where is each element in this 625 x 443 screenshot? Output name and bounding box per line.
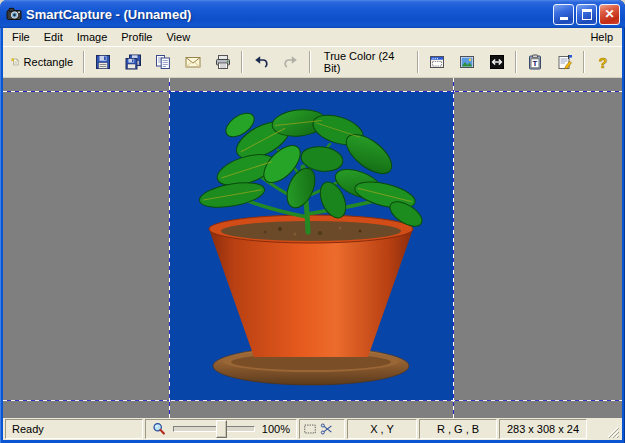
status-bar: Ready 100% [3, 418, 622, 440]
maximize-icon [582, 9, 592, 20]
email-icon [185, 54, 201, 70]
menu-bar: File Edit Image Profile View Help [3, 28, 622, 46]
invert-colors-button[interactable] [482, 49, 512, 75]
menu-profile[interactable]: Profile [114, 29, 159, 45]
camera-icon [6, 6, 22, 22]
toolbar-separator [583, 51, 585, 73]
new-capture-button[interactable]: Rectangle [7, 49, 80, 75]
image-dimensions-panel: 283 x 308 x 24 [499, 419, 587, 439]
view-image-button[interactable] [452, 49, 482, 75]
selection-rect-icon[interactable] [303, 422, 317, 436]
zoom-panel: 100% [145, 419, 297, 439]
redo-icon [283, 54, 299, 70]
smartcapture-window: SmartCapture - (Unnamed) ✕ File Edit Ima… [0, 0, 625, 443]
help-icon: ? [595, 54, 611, 70]
zoom-slider-thumb[interactable] [216, 420, 227, 438]
menu-help[interactable]: Help [583, 29, 620, 45]
redo-button[interactable] [276, 49, 306, 75]
capture-canvas[interactable] [3, 78, 622, 418]
zoom-value: 100% [262, 423, 290, 435]
zoom-slider-track[interactable] [173, 426, 255, 432]
toolbar-separator [417, 51, 419, 73]
menu-image[interactable]: Image [70, 29, 115, 45]
invert-colors-icon [489, 54, 505, 70]
toolbar-separator [241, 51, 243, 73]
properties-button[interactable] [550, 49, 580, 75]
captured-image-potted-plant [170, 92, 453, 400]
toolbar: Rectangle [3, 46, 622, 78]
cursor-position-panel: X , Y [347, 419, 417, 439]
selection-left-line [169, 78, 170, 418]
paste-text-button[interactable]: T [520, 49, 550, 75]
undo-icon [253, 54, 269, 70]
resize-grip-icon [604, 423, 620, 439]
xy-label: X , Y [370, 423, 394, 435]
color-depth-label: True Color (24 Bit) [324, 50, 404, 74]
menu-edit[interactable]: Edit [37, 29, 70, 45]
toolbar-separator [515, 51, 517, 73]
window-title: SmartCapture - (Unnamed) [26, 7, 551, 22]
selection-tools-panel [299, 419, 345, 439]
menu-file[interactable]: File [5, 29, 37, 45]
svg-text:T: T [533, 59, 538, 68]
selection-top-line [3, 91, 622, 92]
minimize-icon [560, 17, 568, 20]
selection-right-line [453, 78, 454, 418]
title-bar[interactable]: SmartCapture - (Unnamed) ✕ [0, 0, 625, 28]
paste-text-icon: T [527, 54, 543, 70]
copy-button[interactable] [148, 49, 178, 75]
scissors-icon[interactable] [320, 422, 334, 436]
save-all-button[interactable] [118, 49, 148, 75]
rgb-label: R , G , B [437, 423, 479, 435]
close-button[interactable]: ✕ [599, 4, 620, 25]
capture-mode-label: Rectangle [24, 56, 74, 68]
undo-button[interactable] [246, 49, 276, 75]
save-button[interactable] [88, 49, 118, 75]
pixel-color-panel: R , G , B [419, 419, 497, 439]
new-capture-icon [11, 54, 20, 70]
magnifier-icon [152, 422, 166, 436]
print-icon [215, 54, 231, 70]
capture-window-button[interactable] [422, 49, 452, 75]
print-button[interactable] [208, 49, 238, 75]
svg-text:?: ? [599, 55, 608, 71]
view-image-icon [459, 54, 475, 70]
copy-icon [155, 54, 171, 70]
help-button[interactable]: ? [588, 49, 618, 75]
status-text: Ready [12, 423, 44, 435]
capture-window-icon [429, 54, 445, 70]
minimize-button[interactable] [553, 4, 574, 25]
maximize-button[interactable] [576, 4, 597, 25]
selection-bottom-line [3, 400, 622, 401]
dimensions-text: 283 x 308 x 24 [507, 423, 579, 435]
email-button[interactable] [178, 49, 208, 75]
toolbar-separator [83, 51, 85, 73]
menu-view[interactable]: View [159, 29, 197, 45]
properties-icon [557, 54, 573, 70]
status-message-panel: Ready [5, 419, 143, 439]
toolbar-separator [309, 51, 311, 73]
save-all-icon [125, 54, 141, 70]
close-icon: ✕ [604, 8, 614, 20]
resize-grip[interactable] [604, 419, 620, 439]
color-depth-button[interactable]: True Color (24 Bit) [314, 49, 414, 75]
save-icon [95, 54, 111, 70]
